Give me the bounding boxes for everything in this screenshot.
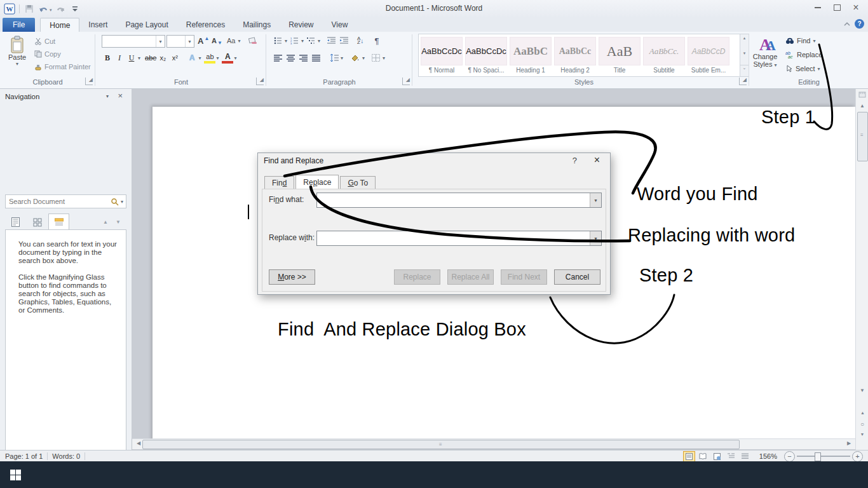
styles-scroll-down[interactable]: ▾ [740, 51, 749, 56]
line-spacing-dropdown[interactable]: ▾ [341, 55, 343, 61]
font-name-combo[interactable]: ▾ [102, 35, 165, 48]
justify-button[interactable] [310, 52, 322, 64]
zoom-level[interactable]: 156% [759, 452, 777, 460]
bold-button[interactable]: B [102, 52, 113, 64]
styles-more-button[interactable]: ⌄ [740, 65, 749, 71]
paste-button[interactable]: Paste ▾ [3, 34, 31, 81]
web-layout-view-button[interactable] [711, 451, 723, 462]
find-and-replace-dialog[interactable]: Find and Replace ? × Find Replace Go To … [257, 152, 611, 295]
replace-with-dropdown-icon[interactable]: ▾ [590, 231, 601, 245]
search-icon[interactable] [111, 198, 119, 206]
clear-formatting-button[interactable] [247, 35, 259, 46]
font-size-combo[interactable]: ▾ [166, 35, 194, 48]
horizontal-scrollbar[interactable]: ◀ ≡ ▶ [132, 438, 855, 449]
page-count[interactable]: Page: 1 of 1 [5, 452, 43, 460]
find-what-dropdown-icon[interactable]: ▾ [590, 193, 601, 207]
collapse-ribbon-icon[interactable] [843, 21, 851, 27]
nav-tab-pages[interactable] [27, 214, 48, 231]
font-dialog-launcher[interactable]: ◢ [256, 78, 264, 85]
underline-button[interactable]: U [126, 52, 137, 64]
shading-button[interactable] [349, 52, 361, 64]
replace-with-combo[interactable]: ▾ [316, 231, 602, 246]
change-case-button[interactable]: Aa▾ [226, 35, 241, 46]
underline-dropdown[interactable]: ▾ [138, 55, 140, 61]
style-title[interactable]: AaB Title [597, 36, 642, 75]
nav-tab-results[interactable] [48, 214, 69, 231]
sort-button[interactable]: AZ↓ [355, 35, 366, 46]
tab-home[interactable]: Home [40, 18, 79, 32]
scroll-right-icon[interactable]: ▶ [844, 440, 854, 446]
print-layout-view-button[interactable] [683, 451, 695, 462]
word-count[interactable]: Words: 0 [52, 452, 80, 460]
align-left-button[interactable] [272, 52, 283, 64]
zoom-slider-thumb[interactable] [815, 452, 821, 461]
tab-view[interactable]: View [323, 18, 357, 32]
horizontal-scroll-thumb[interactable]: ≡ [142, 440, 740, 449]
align-center-button[interactable] [285, 52, 296, 64]
dialog-help-icon[interactable]: ? [573, 156, 577, 165]
find-button[interactable]: Find▾ [784, 35, 817, 46]
multilevel-list-button[interactable] [305, 35, 316, 46]
start-button[interactable] [0, 461, 31, 488]
shading-dropdown[interactable]: ▾ [362, 55, 365, 61]
bullets-dropdown[interactable]: ▾ [285, 38, 287, 44]
dialog-close-icon[interactable]: × [594, 154, 600, 166]
increase-indent-button[interactable] [338, 35, 349, 46]
shrink-font-button[interactable]: A▼ [210, 35, 224, 46]
draft-view-button[interactable] [739, 451, 751, 462]
ruler-toggle-icon[interactable] [857, 91, 867, 98]
change-styles-button[interactable]: AA ChangeStyles ▾ [750, 33, 780, 84]
cancel-button[interactable]: Cancel [554, 269, 600, 285]
numbering-button[interactable]: 123 [288, 35, 300, 46]
highlight-dropdown[interactable]: ▾ [216, 55, 219, 61]
highlight-button[interactable]: ab [204, 52, 215, 64]
scroll-down-icon[interactable]: ▼ [857, 388, 867, 393]
close-button[interactable]: × [846, 1, 865, 14]
cut-button[interactable]: Cut [33, 36, 57, 47]
format-painter-button[interactable]: Format Painter [33, 61, 92, 72]
select-button[interactable]: Select▾ [784, 63, 822, 74]
find-what-combo[interactable]: ▾ [316, 193, 602, 208]
tab-review[interactable]: Review [280, 18, 322, 32]
vertical-scroll-thumb[interactable]: ≡ [857, 112, 868, 161]
style-subtle-emphasis[interactable]: AaBbCcD Subtle Em... [686, 36, 731, 75]
navigation-close-icon[interactable]: × [118, 91, 123, 100]
style-normal[interactable]: AaBbCcDc ¶ Normal [419, 36, 464, 75]
style-heading-1[interactable]: AaBbC Heading 1 [508, 36, 553, 75]
tab-references[interactable]: References [177, 18, 234, 32]
decrease-indent-button[interactable] [325, 35, 337, 46]
borders-button[interactable] [370, 52, 381, 64]
vertical-scrollbar[interactable]: ▲ ≡ ▼ ▲ ○ ▼ [855, 89, 868, 450]
previous-page-button[interactable]: ▲ [857, 410, 867, 415]
navigation-search-box[interactable]: ▾ [5, 194, 126, 208]
text-effects-button[interactable]: A [186, 52, 198, 64]
dialog-tab-goto[interactable]: Go To [340, 176, 376, 189]
nav-next-result-button[interactable]: ▼ [113, 217, 123, 226]
tab-insert[interactable]: Insert [79, 18, 116, 32]
copy-button[interactable]: Copy [33, 48, 62, 60]
dialog-tab-replace[interactable]: Replace [295, 175, 339, 189]
style-heading-2[interactable]: AaBbCc Heading 2 [553, 36, 597, 75]
borders-dropdown[interactable]: ▾ [383, 55, 385, 61]
outline-view-button[interactable] [725, 451, 737, 462]
tab-mailings[interactable]: Mailings [234, 18, 280, 32]
italic-button[interactable]: I [114, 52, 125, 64]
bullets-button[interactable] [272, 35, 283, 46]
multilevel-dropdown[interactable]: ▾ [318, 38, 320, 44]
grow-font-button[interactable]: A▲ [196, 35, 210, 46]
tab-page-layout[interactable]: Page Layout [116, 18, 177, 32]
nav-previous-result-button[interactable]: ▲ [100, 217, 111, 226]
tab-file[interactable]: File [3, 18, 35, 32]
dialog-tab-find[interactable]: Find [264, 176, 294, 189]
font-color-button[interactable]: A [222, 52, 233, 64]
align-right-button[interactable] [297, 52, 309, 64]
subscript-button[interactable]: x₂ [157, 52, 168, 64]
find-what-input[interactable] [317, 193, 590, 207]
search-options-dropdown[interactable]: ▾ [121, 199, 123, 205]
show-paragraph-marks-button[interactable]: ¶ [371, 35, 383, 46]
style-subtitle[interactable]: AaBbCc. Subtitle [642, 36, 686, 75]
line-spacing-button[interactable] [328, 52, 339, 64]
navigation-search-input[interactable] [6, 198, 111, 205]
select-browse-object-button[interactable]: ○ [857, 421, 867, 428]
fullscreen-reading-view-button[interactable] [697, 451, 709, 462]
